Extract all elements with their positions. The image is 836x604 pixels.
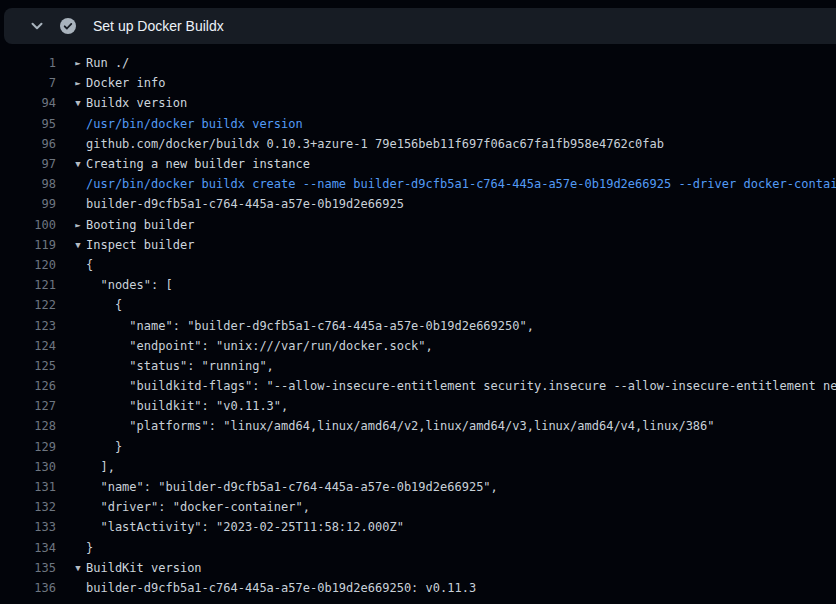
line-number[interactable]: 96 [0,137,56,151]
chevron-down-icon[interactable] [30,19,44,33]
log-line: 126 "buildkitd-flags": "--allow-insecure… [0,376,836,396]
log-text: "lastActivity": "2023-02-25T11:58:12.000… [86,520,404,534]
log-line: 130 ], [0,457,836,477]
group-collapsed-icon[interactable]: ► [70,220,86,230]
log-viewer: 1 ► Run ./ 7 ► Docker info 94 ▼ Buildx v… [0,44,836,604]
log-line: 120 { [0,255,836,275]
log-line[interactable]: 97 ▼ Creating a new builder instance [0,154,836,174]
line-number[interactable]: 133 [0,520,56,534]
log-text: } [86,541,93,555]
log-line: 98 /usr/bin/docker buildx create --name … [0,174,836,194]
group-expanded-icon[interactable]: ▼ [70,240,86,250]
log-line[interactable]: 7 ► Docker info [0,73,836,93]
log-line: 131 "name": "builder-d9cfb5a1-c764-445a-… [0,477,836,497]
group-expanded-icon[interactable]: ▼ [70,563,86,573]
line-number[interactable]: 123 [0,319,56,333]
log-text: Docker info [86,76,165,90]
log-line: 129 } [0,437,836,457]
log-text: /usr/bin/docker buildx create --name bui… [86,177,836,191]
line-number[interactable]: 127 [0,399,56,413]
line-number[interactable]: 129 [0,440,56,454]
log-line[interactable]: 135 ▼ BuildKit version [0,558,836,578]
log-text: "platforms": "linux/amd64,linux/amd64/v2… [86,419,715,433]
log-line: 128 "platforms": "linux/amd64,linux/amd6… [0,416,836,436]
log-line[interactable]: 1 ► Run ./ [0,53,836,73]
line-number[interactable]: 131 [0,480,56,494]
log-line: 127 "buildkit": "v0.11.3", [0,396,836,416]
log-line[interactable]: 119 ▼ Inspect builder [0,235,836,255]
line-number[interactable]: 100 [0,218,56,232]
log-text: Buildx version [86,96,187,110]
line-number[interactable]: 124 [0,339,56,353]
line-number[interactable]: 125 [0,359,56,373]
log-text: } [86,440,122,454]
log-text: BuildKit version [86,561,202,575]
line-number[interactable]: 119 [0,238,56,252]
log-line: 123 "name": "builder-d9cfb5a1-c764-445a-… [0,315,836,335]
line-number[interactable]: 136 [0,581,56,595]
step-header[interactable]: Set up Docker Buildx [4,8,836,44]
line-number[interactable]: 7 [0,76,56,90]
line-number[interactable]: 128 [0,419,56,433]
log-text: Creating a new builder instance [86,157,310,171]
group-collapsed-icon[interactable]: ► [70,78,86,88]
log-line: 132 "driver": "docker-container", [0,497,836,517]
line-number[interactable]: 98 [0,177,56,191]
log-line: 95 /usr/bin/docker buildx version [0,114,836,134]
line-number[interactable]: 126 [0,379,56,393]
line-number[interactable]: 134 [0,541,56,555]
step-title: Set up Docker Buildx [93,18,224,34]
line-number[interactable]: 120 [0,258,56,272]
line-number[interactable]: 94 [0,96,56,110]
line-number[interactable]: 135 [0,561,56,575]
log-line: 134 } [0,538,836,558]
log-text: { [86,298,122,312]
log-line: 122 { [0,295,836,315]
line-number[interactable]: 121 [0,278,56,292]
line-number[interactable]: 1 [0,56,56,70]
line-number[interactable]: 130 [0,460,56,474]
log-line: 136 builder-d9cfb5a1-c764-445a-a57e-0b19… [0,578,836,598]
log-text: "buildkitd-flags": "--allow-insecure-ent… [86,379,836,393]
log-line: 124 "endpoint": "unix:///var/run/docker.… [0,336,836,356]
log-text: Inspect builder [86,238,194,252]
group-expanded-icon[interactable]: ▼ [70,98,86,108]
log-text: Booting builder [86,218,194,232]
log-line: 125 "status": "running", [0,356,836,376]
log-line: 133 "lastActivity": "2023-02-25T11:58:12… [0,517,836,537]
log-text: builder-d9cfb5a1-c764-445a-a57e-0b19d2e6… [86,197,404,211]
line-number[interactable]: 97 [0,157,56,171]
line-number[interactable]: 95 [0,117,56,131]
line-number[interactable]: 132 [0,500,56,514]
group-collapsed-icon[interactable]: ► [70,58,86,68]
log-text: "name": "builder-d9cfb5a1-c764-445a-a57e… [86,480,498,494]
log-text: { [86,258,93,272]
log-text: github.com/docker/buildx 0.10.3+azure-1 … [86,137,664,151]
log-text: ], [86,460,115,474]
log-text: /usr/bin/docker buildx version [86,117,303,131]
line-number[interactable]: 122 [0,298,56,312]
check-circle-icon [60,18,76,34]
log-text: "driver": "docker-container", [86,500,310,514]
log-text: "name": "builder-d9cfb5a1-c764-445a-a57e… [86,319,534,333]
group-expanded-icon[interactable]: ▼ [70,159,86,169]
log-text: "buildkit": "v0.11.3", [86,399,288,413]
log-text: "nodes": [ [86,278,173,292]
log-line: 121 "nodes": [ [0,275,836,295]
log-text: "status": "running", [86,359,274,373]
log-line[interactable]: 94 ▼ Buildx version [0,93,836,113]
log-line: 99 builder-d9cfb5a1-c764-445a-a57e-0b19d… [0,194,836,214]
log-line[interactable]: 100 ► Booting builder [0,215,836,235]
log-text: Run ./ [86,56,129,70]
log-text: "endpoint": "unix:///var/run/docker.sock… [86,339,433,353]
log-text: builder-d9cfb5a1-c764-445a-a57e-0b19d2e6… [86,581,476,595]
line-number[interactable]: 99 [0,197,56,211]
log-line: 96 github.com/docker/buildx 0.10.3+azure… [0,134,836,154]
